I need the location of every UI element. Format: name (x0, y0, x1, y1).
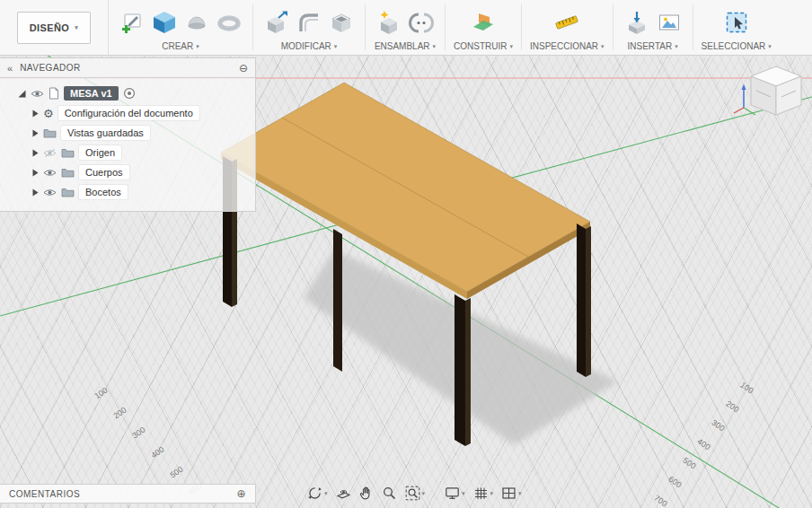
viewcube[interactable] (731, 63, 807, 133)
navigator-item-bodies[interactable]: Cuerpos (0, 162, 255, 182)
orbit-button[interactable]: ▾ (305, 485, 330, 502)
navigator-item-document-settings[interactable]: ⚙ Configuración del documento (0, 103, 255, 123)
image-canvas-icon (657, 10, 682, 35)
navigator-title: NAVEGADOR (20, 63, 81, 73)
press-pull-button[interactable] (261, 5, 292, 39)
group-label: INSPECCIONAR (530, 41, 598, 51)
look-at-button[interactable] (334, 485, 353, 502)
visibility-eye-icon[interactable] (43, 188, 57, 197)
navigator-item-saved-views[interactable]: Vistas guardadas (0, 123, 255, 143)
visibility-eye-icon[interactable] (31, 89, 44, 99)
workspace-label: DISEÑO (30, 22, 70, 33)
toolbar-group-seleccionar: SELECCIONAR ▾ (693, 0, 780, 55)
disclosure-triangle-icon[interactable] (32, 188, 39, 197)
insert-canvas-button[interactable] (654, 5, 684, 39)
group-label: MODIFICAR (281, 41, 331, 51)
sweep-button[interactable] (214, 5, 244, 39)
disclosure-triangle-icon[interactable] (32, 149, 39, 157)
minimize-navigator-icon[interactable]: ⊖ (239, 63, 248, 74)
joint-button[interactable] (406, 5, 437, 39)
look-at-icon (336, 486, 351, 501)
select-cursor-icon (724, 10, 749, 35)
zoom-fit-icon (405, 486, 420, 501)
navigator-item-origin[interactable]: Origen (0, 143, 255, 162)
viewports-icon (501, 486, 516, 501)
group-label: ENSAMBLAR (375, 41, 430, 51)
insert-derive-button[interactable] (622, 5, 652, 39)
activate-component-icon[interactable] (123, 87, 136, 100)
navigator-item-label[interactable]: Origen (79, 145, 121, 160)
expanded-marker-icon[interactable] (18, 90, 26, 98)
magnifier-icon (382, 486, 397, 501)
revolve-button[interactable] (181, 5, 212, 39)
navigator-item-label[interactable]: Vistas guardadas (61, 126, 150, 140)
new-component-button[interactable] (374, 5, 404, 39)
construir-dropdown[interactable]: CONSTRUIR ▾ (454, 41, 513, 53)
workspace-switcher[interactable]: DISEÑO ▾ (17, 12, 92, 44)
navigator-item-label[interactable]: Cuerpos (79, 165, 129, 180)
press-pull-icon (264, 10, 289, 35)
viewport-canvas[interactable]: 100 200 300 400 500 600 100 200 300 400 … (0, 56, 812, 508)
navigator-item-sketches[interactable]: Bocetos (0, 182, 255, 202)
construction-plane-button[interactable] (468, 5, 499, 39)
folder-icon (61, 147, 75, 158)
fit-button[interactable]: ▾ (403, 485, 428, 502)
chevron-down-icon: ▾ (433, 43, 437, 49)
inspeccionar-dropdown[interactable]: INSPECCIONAR ▾ (530, 41, 605, 53)
toolbar-group-construir: CONSTRUIR ▾ (446, 0, 521, 55)
extrude-box-icon (151, 9, 178, 36)
display-settings-icon (445, 486, 460, 501)
table-leg-right[interactable] (577, 223, 591, 377)
orbit-icon (307, 486, 322, 501)
navigator-header: « NAVEGADOR ⊖ (0, 58, 255, 78)
visibility-eye-icon[interactable] (43, 168, 57, 178)
display-settings-button[interactable]: ▾ (443, 485, 467, 502)
seleccionar-dropdown[interactable]: SELECCIONAR ▾ (702, 41, 772, 53)
pan-button[interactable] (357, 485, 375, 502)
modificar-dropdown[interactable]: MODIFICAR ▾ (281, 41, 338, 53)
viewcube-cube[interactable] (751, 66, 801, 115)
collapse-panel-icon[interactable]: « (7, 63, 13, 74)
chevron-down-icon: ▾ (422, 490, 426, 496)
disclosure-triangle-icon[interactable] (32, 169, 39, 177)
comments-bar[interactable]: COMENTARIOS ⊕ (0, 484, 256, 504)
measure-button[interactable] (552, 5, 582, 39)
visibility-eye-off-icon[interactable] (43, 148, 57, 158)
table-leg-back[interactable] (333, 229, 342, 372)
toolbar-group-inspeccionar: INSPECCIONAR ▾ (522, 0, 613, 55)
zoom-button[interactable] (380, 485, 399, 502)
disclosure-triangle-icon[interactable] (32, 129, 39, 137)
fillet-button[interactable] (294, 5, 324, 39)
folder-icon (61, 167, 75, 178)
workspace-switcher-area: DISEÑO ▾ (0, 0, 109, 55)
ensamblar-dropdown[interactable]: ENSAMBLAR ▾ (375, 41, 436, 53)
insert-icon (624, 10, 649, 35)
chevron-down-icon: ▾ (518, 490, 522, 496)
table-leg-front[interactable] (455, 294, 471, 446)
create-sketch-button[interactable] (117, 5, 147, 39)
chevron-down-icon: ▾ (768, 43, 772, 49)
navigator-root-label[interactable]: MESA v1 (64, 86, 119, 101)
shell-button[interactable] (326, 5, 357, 39)
expand-comments-icon[interactable]: ⊕ (236, 488, 246, 499)
insertar-dropdown[interactable]: INSERTAR ▾ (628, 41, 678, 53)
new-component-icon (376, 10, 402, 35)
crear-dropdown[interactable]: CREAR ▾ (162, 41, 199, 53)
revolve-icon (184, 10, 209, 35)
grid-snaps-button[interactable]: ▾ (472, 485, 496, 502)
group-label: SELECCIONAR (702, 41, 766, 51)
disclosure-triangle-icon[interactable] (32, 109, 39, 118)
viewports-button[interactable]: ▾ (499, 485, 524, 502)
folder-icon (43, 127, 57, 138)
fusion-design-window: DISEÑO ▾ (0, 0, 812, 508)
chevron-down-icon: ▾ (75, 24, 78, 31)
group-label: CREAR (162, 41, 193, 51)
main-toolbar: DISEÑO ▾ (0, 0, 812, 56)
select-button[interactable] (721, 5, 752, 39)
navigator-item-label[interactable]: Bocetos (79, 185, 128, 199)
chevron-down-icon: ▾ (462, 490, 465, 496)
extrude-button[interactable] (149, 5, 180, 39)
navigator-root-row[interactable]: MESA v1 (0, 83, 255, 103)
navigator-item-label[interactable]: Configuración del documento (58, 106, 199, 120)
measure-icon (554, 10, 579, 35)
